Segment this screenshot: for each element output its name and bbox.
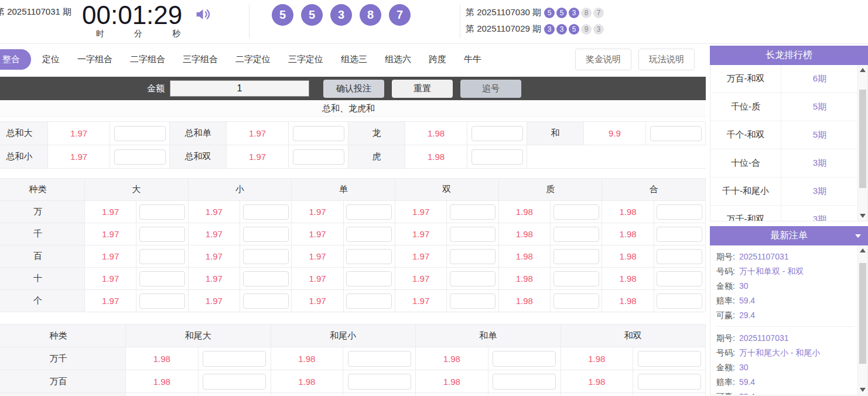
bet-input-cell: [344, 268, 395, 290]
tab-zuxuan-liu[interactable]: 组选六: [376, 49, 420, 70]
column-header: 双: [395, 179, 499, 201]
tab-sanzi-dingwei[interactable]: 三字定位: [279, 49, 332, 70]
bet-option-label: 总和大: [0, 122, 48, 145]
dragon-rank-scrollbar[interactable]: [857, 65, 867, 221]
bet-amount-input[interactable]: [493, 351, 556, 367]
bet-amount-input[interactable]: [243, 227, 289, 242]
recent-draw-label: 第 20251107029 期: [466, 23, 541, 35]
column-header: 小: [189, 179, 292, 201]
bet-amount-input[interactable]: [553, 293, 599, 309]
bet-amount-input[interactable]: [346, 227, 392, 242]
bet-amount-input[interactable]: [657, 293, 702, 309]
reset-button[interactable]: 重置: [392, 80, 453, 98]
bet-amount-input[interactable]: [493, 374, 556, 390]
bet-amount-input[interactable]: [346, 204, 392, 220]
rank-row[interactable]: 千十-和尾小 3期: [710, 177, 867, 206]
speaker-icon[interactable]: [194, 6, 211, 23]
bet-amount-input[interactable]: [657, 271, 702, 286]
odds-value: 1.97: [292, 268, 343, 290]
recent-draw-label: 第 20251107030 期: [466, 7, 541, 18]
bet-amount-input[interactable]: [638, 374, 701, 390]
bet-amount-input[interactable]: [243, 204, 289, 220]
bet-period: 20251107031: [739, 252, 789, 261]
bet-amount-input[interactable]: [346, 271, 392, 286]
bet-amount-input[interactable]: [348, 351, 411, 367]
tab-kuadu[interactable]: 跨度: [420, 49, 455, 70]
bet-amount-input[interactable]: [553, 204, 599, 220]
bet-amount-input[interactable]: [114, 126, 166, 141]
rank-row[interactable]: 千个-和双 5期: [710, 121, 867, 149]
bet-amount-input[interactable]: [114, 149, 166, 165]
mini-ball: 9: [581, 24, 592, 35]
bet-amount-input[interactable]: [471, 149, 523, 165]
bet-amount-input[interactable]: [243, 249, 289, 264]
countdown-timer: 00:01:29 时 分 秒: [82, 1, 194, 39]
tab-zuxuan-san[interactable]: 组选三: [332, 49, 376, 70]
bet-amount-input[interactable]: [139, 293, 185, 309]
field-label: 赔率:: [716, 377, 735, 387]
tab-erzi-dingwei[interactable]: 二字定位: [227, 49, 279, 70]
bet-amount-input[interactable]: [450, 271, 495, 286]
bet-amount-input[interactable]: [450, 249, 495, 264]
row-label: [0, 393, 126, 396]
bet-amount-input[interactable]: [450, 204, 495, 220]
tab-yizi-zuhe[interactable]: 一字组合: [69, 49, 121, 70]
bet-amount-input[interactable]: [139, 271, 185, 286]
rank-row[interactable]: 千位-质 5期: [710, 93, 867, 121]
odds-value: 1.97: [395, 290, 447, 312]
bet-amount-input[interactable]: [139, 249, 185, 264]
bet-amount-input[interactable]: [450, 227, 495, 242]
bet-input-cell: [136, 268, 188, 290]
tab-zhenghe[interactable]: 整合: [0, 49, 31, 70]
odds-value: 1.97: [395, 245, 447, 268]
mini-ball: 3: [569, 8, 579, 18]
bet-amount-input[interactable]: [657, 249, 702, 264]
scroll-down-icon[interactable]: [860, 214, 866, 218]
bet-amount-input[interactable]: [139, 204, 185, 220]
prize-help-button[interactable]: 奖金说明: [575, 49, 631, 70]
bet-amount-input[interactable]: [293, 149, 344, 165]
rank-row[interactable]: 十位-合 3期: [710, 149, 867, 177]
bet-amount-input[interactable]: [346, 249, 392, 264]
tab-erzi-zuhe[interactable]: 二字组合: [121, 49, 174, 70]
confirm-bet-button[interactable]: 确认投注: [323, 80, 384, 98]
bet-period: 20251107031: [739, 333, 789, 343]
bet-amount-input[interactable]: [243, 271, 289, 286]
bet-amount-input[interactable]: [657, 204, 702, 220]
scroll-down-icon[interactable]: [860, 388, 866, 392]
scroll-up-icon[interactable]: [860, 68, 866, 72]
bet-amount-input[interactable]: [293, 126, 344, 141]
bet-option-label: 虎: [348, 145, 405, 169]
bet-odds: 59.4: [739, 377, 755, 387]
tab-dingwei[interactable]: 定位: [33, 49, 69, 70]
latest-bets-header[interactable]: 最新注单: [710, 226, 868, 245]
bet-amount-input[interactable]: [657, 227, 702, 242]
bet-amount-input[interactable]: [203, 374, 266, 390]
amount-input[interactable]: [170, 80, 309, 97]
rank-row[interactable]: 万百-和双 6期: [710, 65, 867, 93]
scroll-up-icon[interactable]: [860, 248, 866, 252]
bet-amount-input[interactable]: [553, 249, 599, 264]
scrollbar-thumb[interactable]: [859, 90, 866, 188]
latest-bets-scrollbar[interactable]: [857, 245, 867, 395]
tab-niuniu[interactable]: 牛牛: [455, 49, 490, 70]
bet-amount-input[interactable]: [650, 126, 702, 141]
bet-amount-input[interactable]: [348, 374, 411, 390]
bet-amount-input[interactable]: [553, 271, 599, 286]
bet-amount-input[interactable]: [203, 351, 266, 367]
bet-input-cell: [136, 223, 188, 245]
chase-number-button[interactable]: 追号: [460, 80, 521, 98]
bet-amount-input[interactable]: [243, 293, 289, 309]
scrollbar-thumb[interactable]: [859, 263, 866, 364]
bet-amount-input[interactable]: [346, 293, 392, 309]
play-help-button[interactable]: 玩法说明: [638, 49, 695, 70]
tab-sanzi-zuhe[interactable]: 三字组合: [174, 49, 227, 70]
bet-amount-input[interactable]: [553, 227, 599, 242]
bet-amount-input[interactable]: [450, 293, 495, 309]
bet-amount-input[interactable]: [638, 351, 701, 367]
rank-row[interactable]: 万千-和双 3期: [710, 206, 867, 221]
odds-value: 1.98: [499, 245, 551, 268]
bet-amount-input[interactable]: [471, 126, 523, 141]
bet-amount-input[interactable]: [139, 227, 185, 242]
collapse-caret-icon[interactable]: [855, 234, 861, 238]
